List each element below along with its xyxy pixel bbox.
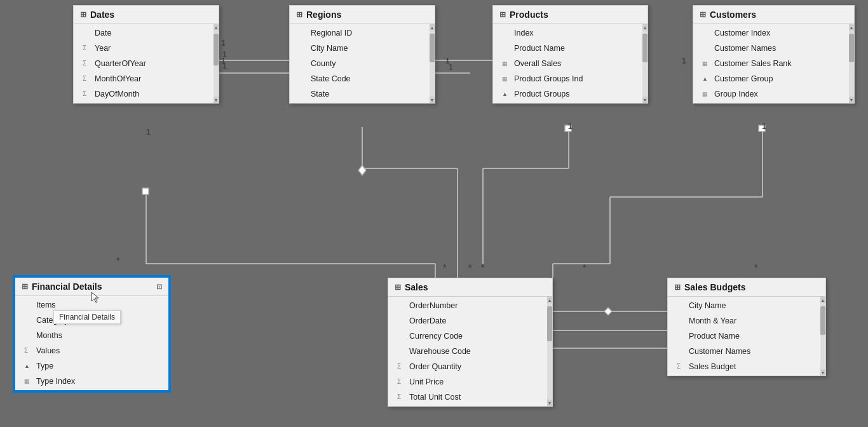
scrollbar-thumb[interactable] xyxy=(214,34,219,65)
table-sales-budgets-header: ⊞ Sales Budgets xyxy=(668,278,825,297)
scroll-down[interactable]: ▼ xyxy=(547,400,552,406)
table-dates-header: ⊞ Dates xyxy=(74,6,219,24)
table-sales-budgets[interactable]: ⊞ Sales Budgets City Name Month & Year P… xyxy=(667,278,826,376)
table-row[interactable]: Product Name xyxy=(493,41,648,56)
table-customers-header: ⊞ Customers xyxy=(693,6,854,24)
table-row[interactable]: Date xyxy=(74,25,219,41)
table-row[interactable]: Σ Year xyxy=(74,41,219,56)
expand-icon[interactable]: ⊡ xyxy=(156,283,162,291)
table-row[interactable]: Σ QuarterOfYear xyxy=(74,56,219,71)
scroll-down[interactable]: ▼ xyxy=(849,97,854,103)
table-row[interactable]: ▦ Customer Sales Rank xyxy=(693,56,854,71)
table-row[interactable]: OrderNumber xyxy=(388,298,552,313)
svg-text:1: 1 xyxy=(682,57,686,65)
scroll-down[interactable]: ▼ xyxy=(214,97,219,103)
table-row[interactable]: Σ MonthOfYear xyxy=(74,71,219,86)
table-sales[interactable]: ⊞ Sales OrderNumber OrderDate Currency C… xyxy=(388,278,553,407)
scroll-down[interactable]: ▼ xyxy=(430,97,435,103)
row-icon: Σ xyxy=(397,362,406,372)
table-row[interactable]: City Name xyxy=(668,298,825,313)
scrollbar-track[interactable]: ▲ ▼ xyxy=(430,24,435,103)
customers-table-icon: ⊞ xyxy=(700,10,706,19)
scroll-up[interactable]: ▲ xyxy=(642,24,648,30)
table-row[interactable]: ▦ Overall Sales xyxy=(493,56,648,71)
products-title: Products xyxy=(510,10,548,20)
table-row[interactable]: Σ Sales Budget xyxy=(668,359,825,374)
svg-text:1: 1 xyxy=(221,57,226,65)
tooltip-financial-details: Financial Details xyxy=(53,310,121,324)
field-label: Customer Sales Rank xyxy=(714,57,792,70)
scroll-up[interactable]: ▲ xyxy=(214,24,219,30)
table-row[interactable]: Regional ID xyxy=(290,25,435,41)
field-label: Product Groups xyxy=(514,88,570,100)
scroll-down[interactable]: ▼ xyxy=(820,369,825,376)
row-icon: Σ xyxy=(83,58,92,69)
svg-text:1: 1 xyxy=(221,39,226,48)
scrollbar-track[interactable]: ▲ ▼ xyxy=(849,24,854,103)
row-icon: ▦ xyxy=(24,377,33,386)
table-row[interactable]: ▦ Type Index xyxy=(15,374,168,389)
scrollbar-track[interactable]: ▲ ▼ xyxy=(547,297,552,406)
scroll-down[interactable]: ▼ xyxy=(642,97,648,103)
table-row[interactable]: Customer Names xyxy=(668,344,825,359)
field-label: Product Name xyxy=(514,42,565,55)
scrollbar-thumb[interactable] xyxy=(849,34,854,62)
regions-table-icon: ⊞ xyxy=(296,10,302,19)
table-row[interactable]: Customer Index xyxy=(693,25,854,41)
financial-details-title: Financial Details xyxy=(32,281,102,292)
table-row[interactable]: City Name xyxy=(290,41,435,56)
table-row[interactable]: ▦ Group Index xyxy=(693,86,854,102)
scroll-up[interactable]: ▲ xyxy=(547,297,552,303)
scrollbar-thumb[interactable] xyxy=(642,34,648,62)
row-icon: ▦ xyxy=(502,59,511,68)
svg-marker-9 xyxy=(358,165,366,175)
table-row[interactable]: Currency Code xyxy=(388,329,552,344)
table-row[interactable]: Σ Values xyxy=(15,343,168,358)
svg-text:1: 1 xyxy=(146,128,151,137)
table-row[interactable]: Month & Year xyxy=(668,313,825,329)
scrollbar-track[interactable]: ▲ ▼ xyxy=(642,24,648,103)
field-label: Month & Year xyxy=(689,315,736,327)
table-row[interactable]: State Code xyxy=(290,71,435,86)
table-row[interactable]: Σ Unit Price xyxy=(388,374,552,390)
table-customers[interactable]: ⊞ Customers Customer Index Customer Name… xyxy=(693,5,855,104)
scrollbar-thumb[interactable] xyxy=(547,306,552,341)
regions-title: Regions xyxy=(306,10,341,20)
svg-text:*: * xyxy=(481,262,485,273)
svg-rect-3 xyxy=(142,188,149,194)
table-row[interactable]: OrderDate xyxy=(388,313,552,329)
svg-text:1: 1 xyxy=(222,62,227,71)
table-regions[interactable]: ⊞ Regions Regional ID City Name County S… xyxy=(289,5,435,104)
field-label: Product Name xyxy=(689,330,740,342)
table-row[interactable]: Warehouse Code xyxy=(388,344,552,359)
scrollbar-track[interactable]: ▲ ▼ xyxy=(214,24,219,103)
field-label: State Code xyxy=(311,72,351,85)
table-row[interactable]: County xyxy=(290,56,435,71)
table-row[interactable]: Customer Names xyxy=(693,41,854,56)
table-row[interactable]: ▲ Type xyxy=(15,358,168,374)
scrollbar-thumb[interactable] xyxy=(430,34,435,62)
scrollbar-track[interactable]: ▲ ▼ xyxy=(820,297,825,376)
field-label: Date xyxy=(95,27,111,39)
field-label: Customer Group xyxy=(714,72,773,85)
table-financial-details[interactable]: ⊞ Financial Details ⊡ Financial Details … xyxy=(14,276,170,391)
row-icon: ▦ xyxy=(702,59,711,68)
table-row[interactable]: Months xyxy=(15,328,168,343)
scroll-up[interactable]: ▲ xyxy=(849,24,854,30)
table-dates[interactable]: ⊞ Dates Date Σ Year Σ QuarterOfYear Σ Mo… xyxy=(73,5,219,104)
table-row[interactable]: ▲ Customer Group xyxy=(693,71,854,86)
table-row[interactable]: Σ Order Quantity xyxy=(388,359,552,374)
scrollbar-thumb[interactable] xyxy=(820,306,825,335)
table-row[interactable]: Product Name xyxy=(668,329,825,344)
table-row[interactable]: ▦ Product Groups Ind xyxy=(493,71,648,86)
scroll-up[interactable]: ▲ xyxy=(820,297,825,303)
table-row[interactable]: State xyxy=(290,86,435,102)
table-products[interactable]: ⊞ Products Index Product Name ▦ Overall … xyxy=(492,5,648,104)
table-row[interactable]: Σ DayOfMonth xyxy=(74,86,219,102)
table-row[interactable]: ▲ Product Groups xyxy=(493,86,648,102)
table-row[interactable]: Index xyxy=(493,25,648,41)
table-row[interactable]: Σ Total Unit Cost xyxy=(388,390,552,405)
field-label: Sales Budget xyxy=(689,360,736,373)
sales-table-icon: ⊞ xyxy=(395,283,401,292)
scroll-up[interactable]: ▲ xyxy=(430,24,435,30)
